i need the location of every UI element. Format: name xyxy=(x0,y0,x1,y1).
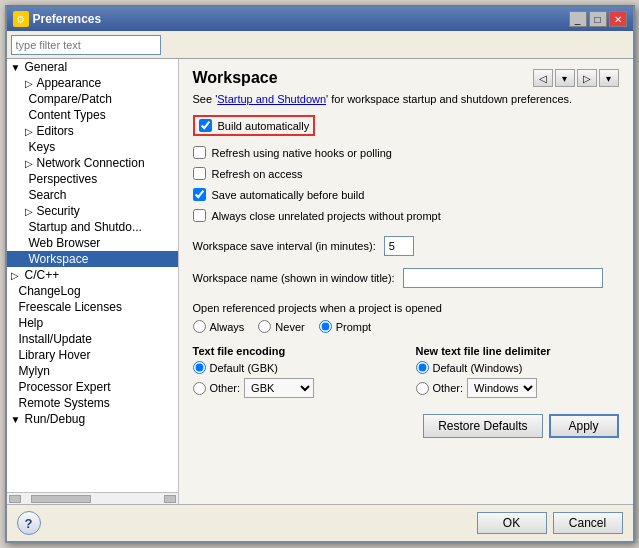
always-option[interactable]: Always xyxy=(193,320,245,333)
sidebar-item-label: Security xyxy=(37,204,80,218)
build-auto-checkbox-row: Build automatically xyxy=(193,115,316,136)
forward-dropdown2-button[interactable]: ▾ xyxy=(599,69,619,87)
ok-button[interactable]: OK xyxy=(477,512,547,534)
sidebar-item-freescale[interactable]: Freescale Licenses xyxy=(7,299,178,315)
sidebar-item-library-hover[interactable]: Library Hover xyxy=(7,347,178,363)
default-gbk-option[interactable]: Default (GBK) xyxy=(193,361,396,374)
never-option[interactable]: Never xyxy=(258,320,304,333)
back-button[interactable]: ◁ xyxy=(533,69,553,87)
close-unrelated-row: Always close unrelated projects without … xyxy=(193,207,619,224)
sidebar-tree: ▼ General ▷ Appearance Compare/Patch Con… xyxy=(7,59,178,492)
sidebar-item-help[interactable]: Help xyxy=(7,315,178,331)
nav-arrows: ◁ ▾ ▷ ▾ xyxy=(533,69,619,87)
restore-defaults-button[interactable]: Restore Defaults xyxy=(423,414,542,438)
expand-arrow: ▷ xyxy=(25,206,35,217)
save-interval-input[interactable] xyxy=(384,236,414,256)
sidebar-item-content-types[interactable]: Content Types xyxy=(7,107,178,123)
refresh-access-label: Refresh on access xyxy=(212,168,303,180)
sidebar-item-changelog[interactable]: ChangeLog xyxy=(7,283,178,299)
prompt-radio[interactable] xyxy=(319,320,332,333)
expand-arrow: ▷ xyxy=(25,126,35,137)
native-hooks-row: Refresh using native hooks or polling xyxy=(193,144,619,161)
sidebar-item-mylyn[interactable]: Mylyn xyxy=(7,363,178,379)
workspace-name-label: Workspace name (shown in window title): xyxy=(193,272,395,284)
sidebar-item-processor[interactable]: Processor Expert xyxy=(7,379,178,395)
info-before: See ' xyxy=(193,93,218,105)
info-text: See 'Startup and Shutdown' for workspace… xyxy=(193,93,619,105)
preferences-dialog: ⚙ Preferences _ □ ✕ ▼ General ▷ Appearan… xyxy=(5,5,635,543)
sidebar-item-label: Compare/Patch xyxy=(29,92,112,106)
always-radio[interactable] xyxy=(193,320,206,333)
cancel-button[interactable]: Cancel xyxy=(553,512,623,534)
sidebar-item-label: General xyxy=(25,60,68,74)
workspace-name-input[interactable] xyxy=(403,268,603,288)
sidebar-item-label: Mylyn xyxy=(19,364,50,378)
sidebar-item-install[interactable]: Install/Update xyxy=(7,331,178,347)
sidebar-item-remote[interactable]: Remote Systems xyxy=(7,395,178,411)
scroll-left-btn[interactable] xyxy=(9,495,21,503)
save-interval-label: Workspace save interval (in minutes): xyxy=(193,240,376,252)
sidebar-item-network[interactable]: ▷ Network Connection xyxy=(7,155,178,171)
expand-arrow: ▷ xyxy=(25,78,35,89)
encoding-select[interactable]: GBK xyxy=(244,378,314,398)
content-panel: Workspace ◁ ▾ ▷ ▾ See 'Startup and Shutd… xyxy=(179,59,633,504)
sidebar-item-appearance[interactable]: ▷ Appearance xyxy=(7,75,178,91)
h-scroll-thumb[interactable] xyxy=(31,495,91,503)
help-button[interactable]: ? xyxy=(17,511,41,535)
native-hooks-checkbox[interactable] xyxy=(193,146,206,159)
sidebar-item-search[interactable]: Search xyxy=(7,187,178,203)
sidebar-item-general[interactable]: ▼ General xyxy=(7,59,178,75)
sidebar-item-startup[interactable]: Startup and Shutdo... xyxy=(7,219,178,235)
sidebar-item-label: Install/Update xyxy=(19,332,92,346)
other-encoding-radio[interactable] xyxy=(193,382,206,395)
prompt-label: Prompt xyxy=(336,321,371,333)
forward-button[interactable]: ▷ xyxy=(577,69,597,87)
sidebar-item-label: Run/Debug xyxy=(25,412,86,426)
save-interval-row: Workspace save interval (in minutes): xyxy=(193,236,619,256)
sidebar-item-perspectives[interactable]: Perspectives xyxy=(7,171,178,187)
sidebar-item-editors[interactable]: ▷ Editors xyxy=(7,123,178,139)
sidebar-item-label: Remote Systems xyxy=(19,396,110,410)
sidebar-item-run-debug[interactable]: ▼ Run/Debug xyxy=(7,411,178,427)
never-radio[interactable] xyxy=(258,320,271,333)
other-delimiter-row: Other: Windows xyxy=(416,378,619,398)
sidebar-item-cpp[interactable]: ▷ C/C++ xyxy=(7,267,178,283)
default-windows-radio[interactable] xyxy=(416,361,429,374)
delimiter-select[interactable]: Windows xyxy=(467,378,537,398)
sidebar-item-compare-patch[interactable]: Compare/Patch xyxy=(7,91,178,107)
sidebar-item-keys[interactable]: Keys xyxy=(7,139,178,155)
sidebar-item-security[interactable]: ▷ Security xyxy=(7,203,178,219)
sidebar-item-label: ChangeLog xyxy=(19,284,81,298)
window-icon: ⚙ xyxy=(13,11,29,27)
apply-button[interactable]: Apply xyxy=(549,414,619,438)
startup-shutdown-link[interactable]: Startup and Shutdown xyxy=(217,93,326,105)
search-input[interactable] xyxy=(11,35,161,55)
other-delimiter-label: Other: xyxy=(433,382,464,394)
sidebar-item-workspace[interactable]: Workspace xyxy=(7,251,178,267)
build-auto-checkbox[interactable] xyxy=(199,119,212,132)
sidebar-item-label: Keys xyxy=(29,140,56,154)
maximize-button[interactable]: □ xyxy=(589,11,607,27)
sidebar-item-label: Perspectives xyxy=(29,172,98,186)
window-title: Preferences xyxy=(33,12,102,26)
expand-arrow: ▼ xyxy=(11,62,23,73)
close-unrelated-checkbox[interactable] xyxy=(193,209,206,222)
minimize-button[interactable]: _ xyxy=(569,11,587,27)
default-gbk-radio[interactable] xyxy=(193,361,206,374)
sidebar-h-scrollbar[interactable] xyxy=(7,492,178,504)
build-auto-row: Build automatically xyxy=(193,115,619,140)
scroll-right-btn[interactable] xyxy=(164,495,176,503)
close-button[interactable]: ✕ xyxy=(609,11,627,27)
refresh-access-checkbox[interactable] xyxy=(193,167,206,180)
footer-left: ? xyxy=(17,511,41,535)
build-auto-label: Build automatically xyxy=(218,120,310,132)
save-before-build-checkbox[interactable] xyxy=(193,188,206,201)
other-delimiter-radio[interactable] xyxy=(416,382,429,395)
default-windows-option[interactable]: Default (Windows) xyxy=(416,361,619,374)
prompt-option[interactable]: Prompt xyxy=(319,320,371,333)
native-hooks-label: Refresh using native hooks or polling xyxy=(212,147,392,159)
titlebar: ⚙ Preferences _ □ ✕ xyxy=(7,7,633,31)
sidebar-item-web-browser[interactable]: Web Browser xyxy=(7,235,178,251)
sidebar-item-label: Content Types xyxy=(29,108,106,122)
forward-dropdown-button[interactable]: ▾ xyxy=(555,69,575,87)
